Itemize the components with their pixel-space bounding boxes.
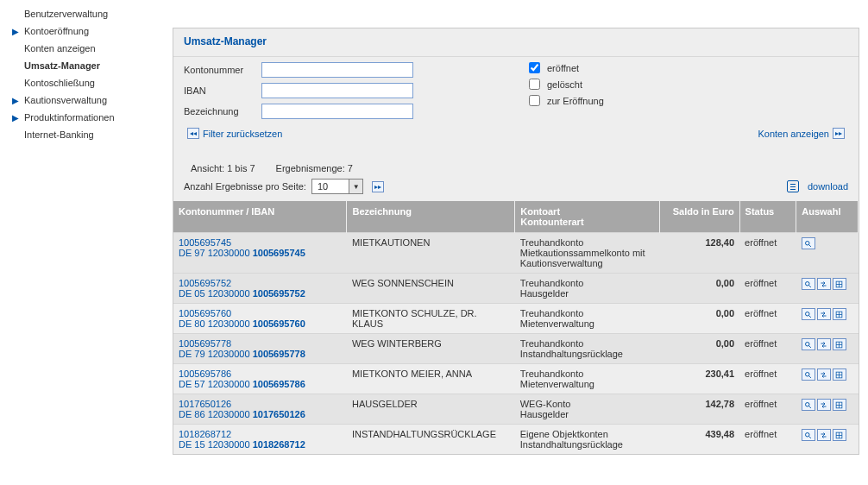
view-icon-button[interactable] <box>802 368 815 381</box>
table-row: 1005695752DE 05 12030000 1005695752WEG S… <box>173 274 859 304</box>
filter-right: eröffnet gelöscht zur Eröffnung <box>494 62 604 124</box>
result-status-row: Ansicht: 1 bis 7 Ergebnismenge: 7 <box>173 148 859 177</box>
cell-bezeichnung: MIETKAUTIONEN <box>347 233 515 274</box>
bezeichnung-label: Bezeichnung <box>184 106 261 117</box>
cell-kontoart: WEG-KontoHausgelder <box>515 394 660 425</box>
cell-status: eröffnet <box>739 364 796 394</box>
svg-point-22 <box>806 402 810 406</box>
transfer-icon-button[interactable] <box>817 429 831 441</box>
filter-left: Kontonummer IBAN Bezeichnung <box>184 62 494 124</box>
kontonummer-link[interactable]: 1005695778 <box>179 338 231 349</box>
kontonummer-link[interactable]: 1005695752 <box>179 278 231 288</box>
transfer-icon-button[interactable] <box>817 399 831 411</box>
geloescht-checkbox[interactable] <box>529 79 540 90</box>
view-icon-button[interactable] <box>802 399 815 411</box>
iban-input[interactable] <box>261 83 413 98</box>
grid-icon-button[interactable] <box>833 308 846 320</box>
svg-line-28 <box>809 436 811 438</box>
transfer-icon-button[interactable] <box>817 338 831 350</box>
rewind-icon: ◂◂ <box>187 128 199 139</box>
svg-point-12 <box>806 342 810 346</box>
cell-status: eröffnet <box>739 394 796 425</box>
cell-auswahl <box>796 364 859 394</box>
cell-bezeichnung: MIETKONTO MEIER, ANNA <box>347 364 515 394</box>
sidebar-item-3[interactable]: Umsatz-Manager <box>9 57 173 74</box>
cell-kontonummer: 1005695778DE 79 12030000 1005695778 <box>173 334 347 364</box>
th-saldo: Saldo in Euro <box>660 201 739 233</box>
cell-kontonummer: 1018268712DE 15 12030000 1018268712 <box>173 425 347 455</box>
cell-kontoart: Eigene ObjektkontenInstandhaltungsrückla… <box>515 425 660 455</box>
download-button[interactable]: download <box>787 180 848 192</box>
table-row: 1005695786DE 57 12030000 1005695786MIETK… <box>173 364 859 394</box>
kontonummer-link[interactable]: 1018268712 <box>179 429 231 439</box>
sidebar-item-6[interactable]: ▶Produktinformationen <box>9 109 173 126</box>
cell-auswahl <box>796 233 859 274</box>
cell-auswahl <box>796 425 859 455</box>
cell-bezeichnung: WEG WINTERBERG <box>347 334 515 364</box>
sidebar-item-2[interactable]: Konten anzeigen <box>9 40 173 57</box>
cell-saldo: 230,41 <box>660 364 739 394</box>
cell-status: eröffnet <box>739 425 796 455</box>
perpage-select[interactable]: 10 ▼ <box>311 179 363 194</box>
konten-anzeigen-button[interactable]: Konten anzeigen ▸▸ <box>758 128 848 139</box>
view-icon-button[interactable] <box>802 429 815 441</box>
bezeichnung-input[interactable] <box>261 104 413 119</box>
perpage-go-button[interactable]: ▸▸ <box>372 181 384 192</box>
view-icon-button[interactable] <box>802 338 815 350</box>
kontonummer-input[interactable] <box>261 62 413 78</box>
cell-kontonummer: 1005695786DE 57 12030000 1005695786 <box>173 364 347 394</box>
svg-line-13 <box>809 345 811 347</box>
sidebar-item-label: Internet-Banking <box>22 129 94 140</box>
zur-eroeffnung-checkbox[interactable] <box>529 95 540 106</box>
cell-kontoart: TreuhandkontoMietenverwaltung <box>515 364 660 394</box>
grid-icon-button[interactable] <box>833 338 846 350</box>
th-bezeichnung: Bezeichnung <box>347 201 515 233</box>
table-row: 1005695760DE 80 12030000 1005695760MIETK… <box>173 304 859 334</box>
filter-reset-label: Filter zurücksetzen <box>203 129 282 139</box>
transfer-icon-button[interactable] <box>817 308 831 320</box>
cell-auswahl <box>796 304 859 334</box>
transfer-icon-button[interactable] <box>817 368 831 381</box>
cell-kontonummer: 1005695760DE 80 12030000 1005695760 <box>173 304 347 334</box>
sidebar-item-0[interactable]: Benutzerverwaltung <box>9 5 173 22</box>
cell-saldo: 0,00 <box>660 334 739 364</box>
sidebar-item-4[interactable]: Kontoschließung <box>9 74 173 91</box>
kontonummer-link[interactable]: 1017650126 <box>179 399 231 409</box>
view-icon-button[interactable] <box>802 308 815 320</box>
grid-icon-button[interactable] <box>833 399 846 411</box>
grid-icon-button[interactable] <box>833 278 846 290</box>
eroeffnet-label: eröffnet <box>547 63 579 73</box>
view-icon-button[interactable] <box>802 237 815 249</box>
geloescht-label: gelöscht <box>547 79 582 90</box>
arrow-icon: ▶ <box>12 96 22 105</box>
konten-table: Kontonummer / IBAN Bezeichnung Kontoart … <box>173 201 859 454</box>
svg-line-8 <box>809 315 811 317</box>
svg-point-2 <box>806 281 810 286</box>
cell-saldo: 128,40 <box>660 233 739 274</box>
svg-line-18 <box>809 375 811 377</box>
sidebar-item-5[interactable]: ▶Kautionsverwaltung <box>9 91 173 109</box>
download-label: download <box>808 181 848 192</box>
cell-kontonummer: 1017650126DE 86 12030000 1017650126 <box>173 394 347 425</box>
th-auswahl: Auswahl <box>796 201 859 233</box>
forward-icon: ▸▸ <box>833 128 845 139</box>
transfer-icon-button[interactable] <box>817 278 831 290</box>
kontonummer-link[interactable]: 1005695786 <box>179 368 231 379</box>
svg-point-7 <box>806 312 810 316</box>
cell-auswahl <box>796 274 859 304</box>
kontonummer-link[interactable]: 1005695745 <box>179 237 231 248</box>
sidebar: Benutzerverwaltung▶KontoeröffnungKonten … <box>0 0 173 463</box>
eroeffnet-checkbox[interactable] <box>529 62 540 73</box>
kontonummer-link[interactable]: 1005695760 <box>179 308 231 318</box>
sidebar-item-label: Umsatz-Manager <box>22 60 100 71</box>
sidebar-item-7[interactable]: Internet-Banking <box>9 126 173 143</box>
filter-reset-button[interactable]: ◂◂ Filter zurücksetzen <box>184 128 282 139</box>
table-row: 1018268712DE 15 12030000 1018268712INSTA… <box>173 425 859 455</box>
kontonummer-label: Kontonummer <box>184 65 261 75</box>
sidebar-item-1[interactable]: ▶Kontoeröffnung <box>9 22 173 40</box>
grid-icon-button[interactable] <box>833 429 846 441</box>
grid-icon-button[interactable] <box>833 368 846 381</box>
view-icon-button[interactable] <box>802 278 815 290</box>
iban-text: DE 79 12030000 1005695778 <box>179 349 342 359</box>
sidebar-item-label: Benutzerverwaltung <box>22 9 108 19</box>
